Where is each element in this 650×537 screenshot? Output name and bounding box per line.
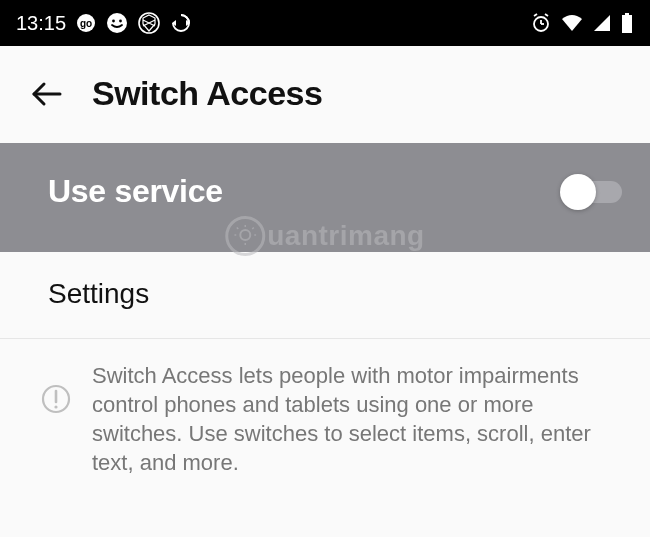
svg-point-25: [54, 405, 57, 408]
smiley-icon: [106, 12, 128, 34]
use-service-toggle[interactable]: [566, 181, 622, 203]
watermark-text: uantrimang: [267, 220, 424, 252]
watermark-lightbulb-icon: [225, 216, 265, 256]
go-circle-icon: go: [76, 13, 96, 33]
svg-line-22: [252, 228, 254, 230]
svg-point-3: [112, 20, 115, 23]
svg-text:go: go: [80, 18, 92, 29]
use-service-label: Use service: [48, 173, 223, 210]
alarm-icon: [530, 12, 552, 34]
status-right: [530, 12, 634, 34]
info-circle-icon: [40, 383, 72, 415]
sync-icon: [170, 12, 192, 34]
watermark: uantrimang: [225, 216, 424, 256]
svg-rect-13: [622, 15, 632, 33]
use-service-row[interactable]: Use service uantrimang: [0, 143, 650, 252]
toggle-knob: [560, 174, 596, 210]
wifi-icon: [560, 13, 584, 33]
battery-icon: [620, 12, 634, 34]
svg-point-2: [107, 13, 127, 33]
svg-point-4: [119, 20, 122, 23]
status-left: 13:15 go: [16, 12, 192, 35]
header: Switch Access: [0, 46, 650, 143]
svg-line-21: [237, 228, 239, 230]
info-text: Switch Access lets people with motor imp…: [92, 361, 622, 477]
info-row: Switch Access lets people with motor imp…: [0, 339, 650, 499]
back-arrow-icon[interactable]: [28, 76, 64, 112]
cellular-signal-icon: [592, 13, 612, 33]
svg-point-16: [240, 230, 250, 240]
status-bar: 13:15 go: [0, 0, 650, 46]
svg-rect-14: [625, 13, 629, 16]
svg-line-11: [534, 14, 537, 16]
page-title: Switch Access: [92, 74, 322, 113]
svg-line-12: [545, 14, 548, 16]
settings-label: Settings: [48, 278, 149, 309]
shield-badge-icon: [138, 12, 160, 34]
status-time: 13:15: [16, 12, 66, 35]
settings-row[interactable]: Settings: [0, 252, 650, 339]
